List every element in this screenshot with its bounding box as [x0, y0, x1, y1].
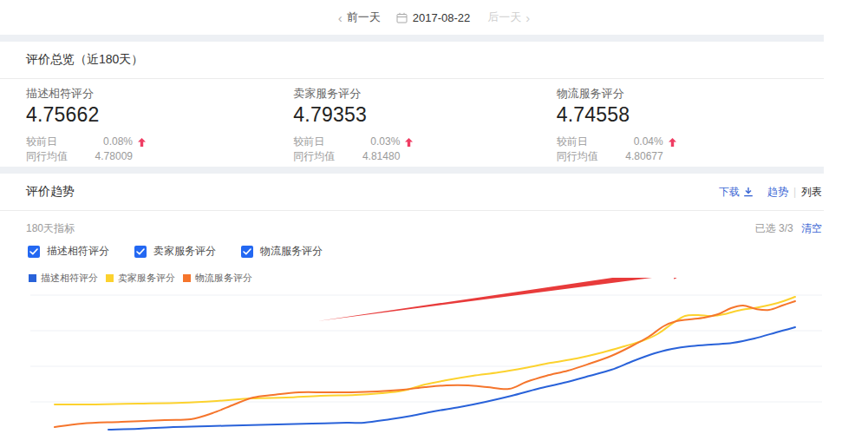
top-bar: ‹ 前一天 2017-08-22 后一天 › [0, 0, 868, 35]
metric-compare-label: 较前日 [26, 135, 91, 149]
prev-day-label: 前一天 [347, 10, 381, 25]
chart-area[interactable] [0, 278, 824, 447]
next-day-label: 后一天 [487, 10, 521, 25]
overview-card: 评价总览（近180天） 描述相符评分4.75662较前日0.08%同行均值4.7… [0, 42, 824, 167]
checkbox-label: 描述相符评分 [47, 244, 109, 259]
up-arrow-icon [669, 138, 676, 147]
calendar-icon [396, 12, 408, 23]
checkbox-label: 卖家服务评分 [153, 244, 216, 259]
metric-label: 描述相符评分 [26, 86, 293, 102]
metric-compare-row: 较前日0.03% [293, 135, 556, 149]
metric-industry-value: 4.81480 [358, 149, 400, 164]
download-label: 下载 [719, 185, 740, 200]
date-value: 2017-08-22 [413, 11, 471, 24]
filter-row: 180天指标 已选 3/3 清空 [0, 211, 824, 236]
trend-card: 评价趋势 下载 趋势 | 列表 180天指标 已选 3/3 清空 [0, 174, 824, 447]
up-arrow-icon [138, 138, 146, 147]
metric-compare-label: 较前日 [293, 135, 358, 149]
metric-block: 描述相符评分4.75662较前日0.08%同行均值4.78009 [26, 86, 293, 164]
metric-block: 物流服务评分4.74558较前日0.04%同行均值4.80677 [557, 86, 824, 164]
metric-industry-row: 同行均值4.78009 [26, 149, 293, 164]
selected-count: 已选 3/3 [755, 222, 793, 234]
metric-value: 4.75662 [26, 103, 293, 127]
chevron-right-icon: › [525, 11, 530, 24]
trend-actions: 下载 趋势 | 列表 [719, 185, 822, 200]
date-navigator: ‹ 前一天 2017-08-22 后一天 › [338, 10, 531, 25]
trend-header: 评价趋势 下载 趋势 | 列表 [0, 174, 824, 200]
metric-compare-value: 0.03% [358, 135, 400, 149]
metric-industry-label: 同行均值 [26, 149, 91, 164]
metric-compare-value: 0.08% [91, 135, 133, 149]
series-checkbox-row: 描述相符评分卖家服务评分物流服务评分 [0, 244, 824, 259]
trend-title: 评价趋势 [26, 184, 75, 200]
selection-summary: 已选 3/3 清空 [755, 221, 822, 236]
checkbox-checked-icon [28, 246, 40, 258]
metric-industry-value: 4.78009 [91, 149, 133, 164]
section-gap-band [0, 167, 824, 174]
series-checkbox-2[interactable]: 卖家服务评分 [134, 244, 216, 259]
overview-title: 评价总览（近180天） [0, 42, 824, 68]
download-icon [743, 187, 754, 197]
series-checkbox-1[interactable]: 描述相符评分 [28, 244, 109, 259]
trend-chart[interactable] [0, 278, 824, 447]
metric-value: 4.74558 [557, 103, 824, 127]
metric-compare-label: 较前日 [557, 135, 622, 149]
metric-compare-row: 较前日0.04% [557, 135, 824, 149]
view-toggle-trend[interactable]: 趋势 [767, 185, 788, 200]
metric-block: 卖家服务评分4.79353较前日0.03%同行均值4.81480 [293, 86, 556, 164]
series-line [55, 297, 795, 404]
metric-label: 卖家服务评分 [293, 86, 556, 102]
next-day-button[interactable]: 后一天 › [487, 10, 530, 25]
metric-industry-row: 同行均值4.80677 [557, 149, 824, 164]
metric-industry-label: 同行均值 [293, 149, 358, 164]
divider [0, 78, 824, 79]
metric-details: 较前日0.04%同行均值4.80677 [557, 135, 824, 164]
date-picker[interactable]: 2017-08-22 [396, 11, 471, 24]
download-button[interactable]: 下载 [719, 185, 754, 200]
indicator-label: 180天指标 [26, 221, 75, 236]
section-gap-band [0, 35, 824, 42]
separator: | [793, 186, 796, 198]
prev-day-button[interactable]: ‹ 前一天 [338, 10, 381, 25]
metric-value: 4.79353 [293, 103, 556, 127]
series-line [55, 301, 795, 427]
metrics-row: 描述相符评分4.75662较前日0.08%同行均值4.78009卖家服务评分4.… [0, 86, 824, 164]
metric-compare-value: 0.04% [622, 135, 663, 149]
checkbox-checked-icon [134, 246, 147, 258]
red-arrow-annotation [317, 278, 694, 321]
metric-industry-label: 同行均值 [557, 149, 622, 164]
view-toggle-list[interactable]: 列表 [801, 185, 822, 200]
checkbox-label: 物流服务评分 [260, 244, 323, 259]
chevron-left-icon: ‹ [338, 11, 343, 24]
series-checkbox-3[interactable]: 物流服务评分 [241, 244, 323, 259]
up-arrow-icon [405, 138, 413, 147]
checkbox-checked-icon [241, 246, 253, 258]
page: ‹ 前一天 2017-08-22 后一天 › 评价总览（近180天） 描述相符评… [0, 0, 868, 447]
metric-compare-row: 较前日0.08% [26, 135, 293, 149]
metric-industry-value: 4.80677 [622, 149, 663, 164]
metric-details: 较前日0.03%同行均值4.81480 [293, 135, 556, 164]
metric-industry-row: 同行均值4.81480 [293, 149, 556, 164]
metric-details: 较前日0.08%同行均值4.78009 [26, 135, 293, 164]
metric-label: 物流服务评分 [557, 86, 824, 102]
clear-button[interactable]: 清空 [801, 222, 822, 234]
